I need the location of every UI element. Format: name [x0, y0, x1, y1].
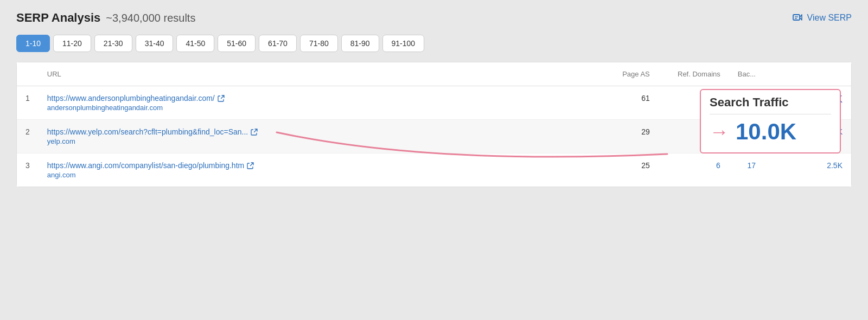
header: SERP Analysis ~3,940,000 results View SE…	[16, 11, 852, 25]
external-link-icon	[247, 162, 254, 169]
page-btn-81-90[interactable]: 81-90	[341, 35, 379, 52]
highlight-number: 10.0K	[736, 119, 796, 145]
view-serp-label: View SERP	[807, 13, 852, 23]
row3-page-as: 25	[599, 153, 659, 187]
row1-url-cell: https://www.andersonplumbingheatingandai…	[39, 86, 599, 120]
page-btn-91-100[interactable]: 91-100	[382, 35, 425, 52]
row3-url-cell: https://www.angi.com/companylist/san-die…	[39, 153, 599, 187]
page-btn-71-80[interactable]: 71-80	[300, 35, 338, 52]
row2-domain: yelp.com	[47, 137, 590, 145]
row3-backlinks: 17	[729, 153, 764, 187]
row3-traffic: 2.5K	[764, 153, 851, 187]
col-page-as: Page AS	[599, 62, 659, 86]
row1-url-link[interactable]: https://www.andersonplumbingheatingandai…	[47, 94, 590, 103]
svg-rect-0	[793, 15, 800, 20]
table-header-row: URL Page AS Ref. Domains Bac...	[17, 62, 851, 86]
row3-rank: 3	[17, 153, 39, 187]
col-rank	[17, 62, 39, 86]
row2-rank: 2	[17, 120, 39, 153]
external-link-icon	[218, 95, 225, 102]
row1-rank: 1	[17, 86, 39, 120]
col-backlinks: Bac...	[729, 62, 764, 86]
page-btn-31-40[interactable]: 31-40	[136, 35, 174, 52]
search-traffic-highlight: Search Traffic → 10.0K	[700, 89, 841, 153]
page-btn-61-70[interactable]: 61-70	[259, 35, 297, 52]
col-traffic	[764, 62, 851, 86]
external-link-icon	[251, 129, 258, 136]
page-btn-51-60[interactable]: 51-60	[218, 35, 256, 52]
arrow-right-icon: →	[710, 120, 729, 143]
page-wrapper: SERP Analysis ~3,940,000 results View SE…	[0, 0, 868, 320]
row2-url-link[interactable]: https://www.yelp.com/search?cflt=plumbin…	[47, 127, 590, 136]
pagination: 1-10 11-20 21-30 31-40 41-50 51-60 61-70…	[16, 35, 852, 52]
highlight-title: Search Traffic	[710, 95, 831, 114]
col-ref-domains: Ref. Domains	[659, 62, 729, 86]
row2-url-cell: https://www.yelp.com/search?cflt=plumbin…	[39, 120, 599, 153]
header-left: SERP Analysis ~3,940,000 results	[16, 11, 195, 25]
row3-url-link[interactable]: https://www.angi.com/companylist/san-die…	[47, 161, 590, 170]
col-url: URL	[39, 62, 599, 86]
serp-title: SERP Analysis	[16, 11, 100, 25]
view-serp-button[interactable]: View SERP	[792, 12, 852, 23]
table-section: URL Page AS Ref. Domains Bac... 1	[16, 62, 852, 187]
page-btn-21-30[interactable]: 21-30	[94, 35, 132, 52]
results-count: ~3,940,000 results	[106, 12, 195, 24]
row2-page-as: 29	[599, 120, 659, 153]
page-btn-1-10[interactable]: 1-10	[16, 35, 50, 52]
table-row: 3 https://www.angi.com/companylist/san-d…	[17, 153, 851, 187]
page-btn-41-50[interactable]: 41-50	[176, 35, 214, 52]
row3-domain: angi.com	[47, 171, 590, 179]
row3-ref-domains: 6	[659, 153, 729, 187]
row1-domain: andersonplumbingheatingandair.com	[47, 104, 590, 112]
row1-page-as: 61	[599, 86, 659, 120]
highlight-value: → 10.0K	[710, 119, 831, 145]
page-btn-11-20[interactable]: 11-20	[53, 35, 91, 52]
view-serp-icon	[792, 12, 803, 23]
